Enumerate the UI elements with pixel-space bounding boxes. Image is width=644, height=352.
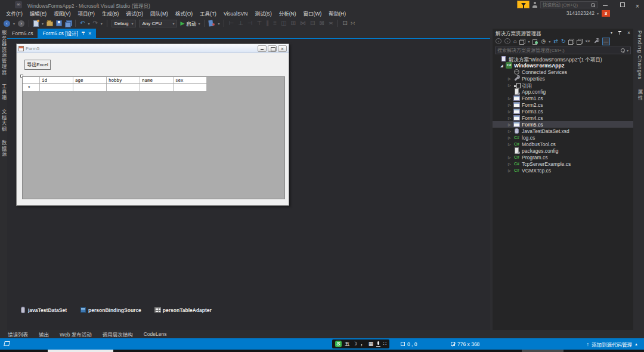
tree-row[interactable]: Form2.cs [493, 101, 633, 108]
tree-row[interactable]: 引用 [493, 82, 633, 88]
menu-item[interactable]: 编辑(E) [26, 10, 50, 18]
tray-component[interactable]: personBindingSource [80, 307, 141, 313]
tree-row[interactable]: WindowsFormsApp2 [493, 62, 633, 69]
tool-window-tab[interactable]: 数据源 [0, 140, 7, 158]
menu-item[interactable]: 项目(P) [75, 10, 98, 18]
tree-row[interactable]: Properties [493, 75, 633, 82]
layout-align-icon[interactable]: ≍ [329, 20, 333, 27]
redo-icon[interactable]: ↷ [92, 20, 97, 27]
ime-toolbar[interactable]: S 五 ☽ ， ▦ ∷ [332, 339, 389, 348]
notification-badge[interactable]: 3 [602, 10, 610, 17]
layout-align-icon[interactable]: ⊟ [310, 20, 315, 27]
navigate-forward-icon[interactable]: › [18, 20, 24, 27]
tree-row[interactable]: 解决方案"WindowsFormsApp2"(1 个项目) [493, 55, 633, 62]
menu-item[interactable]: 文件(F) [2, 10, 26, 18]
menu-item[interactable]: 帮助(H) [325, 10, 349, 18]
tree-row[interactable]: packages.config [493, 147, 633, 154]
account-id[interactable]: 3141023242▾ [566, 10, 599, 16]
bottom-panel-tab[interactable]: CodeLens [140, 331, 171, 338]
menu-item[interactable]: 调试(D) [122, 10, 147, 18]
user-account-icon[interactable] [532, 2, 538, 8]
solution-platform-dropdown[interactable]: Any CPU▾ [139, 20, 177, 27]
minimize-button[interactable] [599, 0, 612, 8]
expander-icon[interactable] [508, 76, 513, 81]
tool-window-tab[interactable]: 属性 [636, 89, 643, 101]
tree-row[interactable]: Program.cs [493, 154, 633, 160]
layout-align-icon[interactable]: ⊞ [291, 20, 296, 27]
chevron-down-icon[interactable]: ▾ [218, 21, 219, 26]
expander-icon[interactable] [508, 83, 513, 87]
expander-icon[interactable] [508, 155, 513, 159]
datagridview-control[interactable]: idagehobbynamesex * [22, 76, 285, 199]
menu-item[interactable]: 测试(S) [251, 10, 275, 18]
tool-window-tab[interactable]: 工具箱 [0, 84, 7, 101]
expander-icon[interactable] [508, 129, 513, 133]
quick-launch-box[interactable] [540, 1, 597, 8]
punctuation-mode-label[interactable]: ， [360, 339, 366, 348]
tree-row[interactable]: VGMXTcp.cs [493, 167, 633, 174]
layout-align-icon[interactable]: ⊥ [238, 20, 243, 27]
sogou-ime-icon[interactable]: S [335, 341, 342, 347]
close-icon[interactable]: × [627, 30, 630, 36]
tree-row[interactable]: Connected Services [493, 69, 633, 75]
bottom-panel-tab[interactable]: 调用层次结构 [98, 330, 137, 338]
nested-files-icon[interactable] [568, 39, 574, 44]
menu-item[interactable]: 格式(O) [172, 10, 196, 18]
tree-row[interactable]: log.cs [493, 134, 633, 141]
add-to-source-control-button[interactable]: ↑ 添加到源代码管理 ▲ [587, 338, 638, 350]
view-code-icon[interactable]: <> [585, 37, 590, 45]
close-button[interactable] [631, 0, 644, 8]
quick-launch-input[interactable] [543, 2, 591, 8]
tree-row[interactable]: Form5.cs [493, 121, 633, 128]
menu-item[interactable]: 生成(B) [98, 10, 122, 18]
designed-form-window[interactable]: Form5 导出Excel idagehobbynamesex * [16, 44, 289, 206]
layout-align-icon[interactable]: ⊤ [257, 20, 262, 27]
form-title-bar[interactable]: Form5 [17, 44, 289, 53]
layout-align-icon[interactable]: ∥ [266, 20, 269, 27]
expander-icon[interactable] [500, 63, 506, 67]
layout-align-icon[interactable]: ⊣ [247, 20, 253, 27]
tree-row[interactable]: App.config [493, 88, 633, 95]
open-file-icon[interactable] [47, 21, 53, 26]
chevron-down-icon[interactable]: ▾ [549, 39, 550, 44]
menu-item[interactable]: 工具(T) [196, 10, 220, 18]
tree-row[interactable]: JavaTestDataSet.xsd [493, 128, 633, 134]
tray-component[interactable]: javaTestDataSet [20, 307, 67, 313]
chevron-down-icon[interactable]: ▾ [42, 21, 44, 26]
save-icon[interactable] [56, 20, 62, 26]
save-all-icon[interactable] [65, 20, 71, 26]
expander-icon[interactable] [508, 96, 513, 100]
navigate-back-icon[interactable]: ‹ [4, 20, 10, 27]
visualsvn-flag-button[interactable] [517, 1, 530, 8]
menu-item[interactable]: 分析(N) [275, 10, 300, 18]
format-tool-icon[interactable]: ∺ [351, 20, 355, 27]
tab-form5-code[interactable]: Form5.cs [7, 29, 38, 38]
close-icon[interactable]: × [88, 29, 91, 38]
chevron-down-icon[interactable]: ▾ [611, 30, 612, 35]
ime-menu-icon[interactable]: ∷ [383, 339, 386, 348]
chevron-down-icon[interactable]: ▾ [88, 21, 89, 26]
pin-icon[interactable] [81, 31, 85, 36]
chevron-down-icon[interactable]: ▾ [627, 48, 628, 53]
pending-changes-filter-icon[interactable] [519, 39, 525, 44]
expander-icon[interactable] [508, 103, 513, 107]
expander-icon[interactable] [508, 162, 513, 166]
menu-item[interactable]: 窗口(W) [300, 10, 326, 18]
chevron-down-icon[interactable]: ▾ [528, 39, 530, 44]
new-file-icon[interactable] [33, 20, 39, 27]
format-tool-icon[interactable]: ⊡ [342, 20, 347, 27]
tab-form5-designer[interactable]: Form5.cs [设计] × [38, 29, 96, 38]
export-excel-button[interactable]: 导出Excel [24, 60, 51, 70]
tree-row[interactable]: Form4.cs [493, 115, 633, 121]
home-icon[interactable]: ⌂ [513, 37, 516, 45]
chevron-down-icon[interactable]: ▾ [101, 21, 103, 26]
layout-align-icon[interactable]: ◫ [281, 20, 286, 27]
restore-button[interactable] [615, 0, 628, 8]
expander-icon[interactable] [508, 135, 513, 140]
menu-item[interactable]: VisualSVN [220, 10, 251, 18]
pin-icon[interactable] [618, 30, 622, 35]
chevron-down-icon[interactable]: ▾ [13, 21, 15, 26]
layout-align-icon[interactable]: ⊢ [228, 20, 234, 27]
tree-row[interactable]: ModbusTool.cs [493, 141, 633, 147]
sync-with-active-document-icon[interactable] [532, 39, 538, 44]
